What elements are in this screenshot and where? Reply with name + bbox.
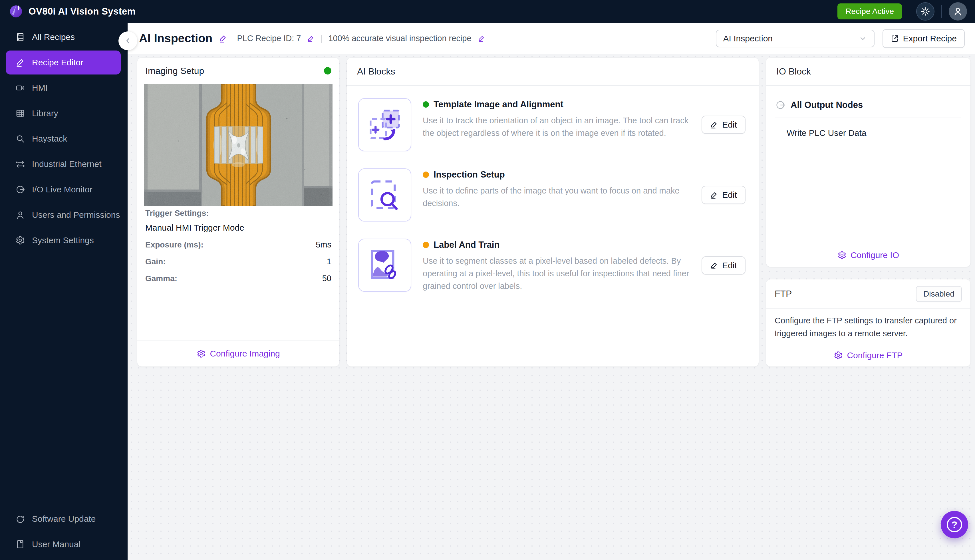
user-icon: [15, 210, 25, 220]
configure-ftp-button[interactable]: Configure FTP: [766, 343, 970, 367]
ai-block-template-alignment: Template Image and Alignment Use it to t…: [358, 98, 747, 151]
sidebar-item-io-live-monitor[interactable]: I/O Live Monitor: [6, 178, 121, 202]
block-status-dot: [423, 101, 429, 108]
gain-label: Gain:: [145, 257, 166, 266]
sidebar-item-label: Software Update: [32, 514, 96, 524]
sidebar-item-label: Haystack: [32, 134, 67, 143]
edit-pencil-icon: [307, 35, 315, 42]
sidebar-item-label: Industrial Ethernet: [32, 159, 101, 169]
exposure-label: Exposure (ms):: [145, 240, 203, 250]
sidebar-item-label: I/O Live Monitor: [32, 185, 92, 194]
top-bar: OV80i AI Vision System Recipe Active: [0, 0, 975, 23]
edit-template-alignment-button[interactable]: Edit: [702, 116, 745, 134]
ftp-description: Configure the FTP settings to transfer c…: [766, 308, 970, 340]
sidebar-item-system-settings[interactable]: System Settings: [6, 228, 121, 252]
configure-imaging-label: Configure Imaging: [210, 349, 280, 358]
exposure-value: 5ms: [316, 240, 332, 250]
sidebar-item-recipe-editor[interactable]: Recipe Editor: [6, 50, 121, 75]
edit-button-label: Edit: [722, 120, 737, 130]
book-icon: [15, 540, 25, 549]
block-status-dot: [423, 172, 429, 178]
recipe-subtitle: 100% accurate visual inspection recipe: [328, 34, 471, 43]
ai-blocks-title: AI Blocks: [347, 58, 758, 86]
sidebar-item-users-permissions[interactable]: Users and Permissions: [6, 203, 121, 227]
user-avatar-button[interactable]: [949, 2, 967, 20]
edit-label-and-train-button[interactable]: Edit: [702, 256, 745, 275]
configure-imaging-button[interactable]: Configure Imaging: [137, 340, 339, 367]
right-column: IO Block All Output Nodes Write PLC User…: [766, 58, 970, 367]
block-description: Use it to segment classes at a pixel-lev…: [423, 255, 690, 292]
edit-button-label: Edit: [722, 261, 737, 270]
block-title: Template Image and Alignment: [433, 99, 563, 110]
sidebar-item-software-update[interactable]: Software Update: [6, 507, 121, 531]
ftp-title: FTP: [775, 288, 792, 299]
sidebar-collapse-button[interactable]: [118, 32, 137, 50]
template-alignment-tile[interactable]: [358, 98, 411, 151]
gamma-label: Gamma:: [145, 274, 177, 283]
io-block-panel: IO Block All Output Nodes Write PLC User…: [766, 58, 970, 267]
sidebar-item-label: HMI: [32, 83, 48, 93]
edit-inspection-setup-button[interactable]: Edit: [702, 186, 745, 204]
export-recipe-button[interactable]: Export Recipe: [883, 29, 965, 48]
gear-icon: [837, 251, 847, 260]
sidebar-item-hmi[interactable]: HMI: [6, 76, 121, 100]
block-status-dot: [423, 242, 429, 248]
gear-icon: [197, 349, 206, 358]
label-and-train-tile[interactable]: [358, 238, 411, 292]
gamma-value: 50: [322, 274, 332, 283]
plc-recipe-id: PLC Recipe ID: 7: [237, 34, 301, 43]
grid-icon: [15, 108, 25, 118]
sidebar-item-all-recipes[interactable]: All Recipes: [6, 25, 121, 49]
app-logo-icon: [9, 5, 23, 18]
sidebar: All Recipes Recipe Editor HMI Library Ha…: [0, 23, 128, 560]
gain-row: Gain: 1: [145, 257, 332, 266]
sidebar-item-industrial-ethernet[interactable]: Industrial Ethernet: [6, 152, 121, 176]
configure-io-button[interactable]: Configure IO: [766, 243, 970, 267]
sidebar-item-haystack[interactable]: Haystack: [6, 127, 121, 151]
recipe-select[interactable]: AI Inspection: [716, 30, 875, 47]
sidebar-item-label: All Recipes: [32, 32, 75, 42]
configure-io-label: Configure IO: [850, 250, 899, 260]
all-output-nodes-label: All Output Nodes: [791, 100, 863, 110]
trigger-settings-label: Trigger Settings:: [145, 208, 332, 218]
gear-icon: [834, 351, 843, 360]
inspection-setup-tile[interactable]: [358, 168, 411, 222]
edit-pencil-icon: [710, 262, 718, 270]
search-icon: [15, 134, 25, 143]
ai-blocks-panel: AI Blocks: [347, 58, 758, 367]
edit-subtitle-button[interactable]: [478, 35, 485, 42]
sidebar-item-user-manual[interactable]: User Manual: [6, 532, 121, 556]
help-button[interactable]: ?: [941, 511, 968, 538]
ai-block-label-and-train: Label And Train Use it to segment classe…: [358, 238, 747, 292]
recipe-select-value: AI Inspection: [723, 34, 773, 43]
io-circle-arrow-icon: [775, 100, 785, 110]
sidebar-item-label: Users and Permissions: [32, 210, 120, 220]
topbar-divider: [941, 5, 942, 18]
gamma-row: Gamma: 50: [145, 274, 332, 283]
all-output-nodes-group[interactable]: All Output Nodes: [775, 100, 961, 110]
main-area: AI Inspection PLC Recipe ID: 7 | 100% ac…: [128, 23, 975, 560]
camera-icon: [15, 83, 25, 93]
camera-preview-image[interactable]: [144, 84, 333, 206]
edit-plc-id-button[interactable]: [307, 35, 315, 42]
edit-button-label: Edit: [722, 190, 737, 200]
edit-title-button[interactable]: [218, 34, 227, 43]
topbar-divider: [909, 5, 909, 18]
trigger-mode-value: Manual HMI Trigger Mode: [145, 223, 332, 233]
output-node-item[interactable]: Write PLC User Data: [787, 128, 961, 138]
chevron-down-icon: [858, 34, 867, 43]
template-alignment-icon: [367, 107, 402, 142]
block-description: Use it to define parts of the image that…: [423, 184, 690, 210]
ftp-panel: FTP Disabled Configure the FTP settings …: [766, 280, 970, 367]
io-circle-arrow-icon: [15, 185, 25, 194]
ftp-status-badge: Disabled: [916, 286, 962, 302]
question-mark-icon: ?: [947, 517, 962, 532]
theme-toggle-button[interactable]: [916, 2, 935, 20]
recipes-list-icon: [15, 32, 25, 42]
sidebar-item-library[interactable]: Library: [6, 101, 121, 125]
sidebar-item-label: System Settings: [32, 235, 94, 245]
refresh-icon: [15, 514, 25, 524]
edit-pencil-icon: [478, 35, 485, 42]
gear-icon: [15, 235, 25, 245]
gain-value: 1: [327, 257, 332, 266]
